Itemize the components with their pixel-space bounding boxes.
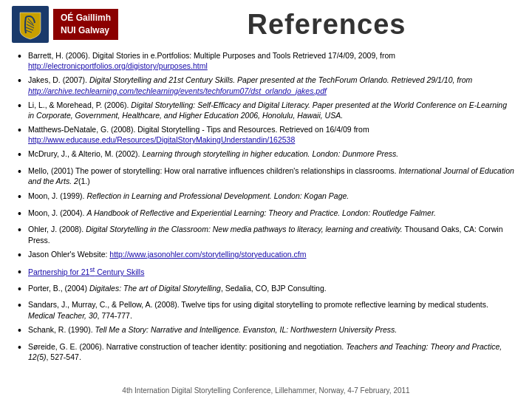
ref-text: Mello, (2001) The power of storytelling:… — [28, 166, 514, 186]
ref-text: Jakes, D. (2007). Digital Storytelling a… — [28, 75, 514, 95]
references-section: •Barrett, H. (2006). Digital Stories in … — [0, 49, 532, 367]
footer-text: 4th Internation Digital Storytelling Con… — [0, 386, 532, 395]
list-item: •Mello, (2001) The power of storytelling… — [18, 166, 514, 186]
ref-text: Li, L., & Morehead, P. (2006). Digital S… — [28, 100, 514, 120]
references-list: •Barrett, H. (2006). Digital Stories in … — [18, 50, 514, 362]
bullet: • — [18, 148, 28, 162]
list-item: •McDrury, J., & Alterio, M. (2002). Lear… — [18, 149, 514, 162]
list-item: •Li, L., & Morehead, P. (2006). Digital … — [18, 100, 514, 120]
list-item: •Barrett, H. (2006). Digital Stories in … — [18, 50, 514, 71]
bullet: • — [18, 74, 28, 88]
list-item: •Partnership for 21st Century Skills — [18, 266, 514, 279]
bullet: • — [18, 282, 28, 296]
ref-text: Partnership for 21st Century Skills — [28, 266, 514, 278]
list-item: •Moon, J. (2004). A Handbook of Reflecti… — [18, 208, 514, 221]
ref-text: Jason Ohler's Website: http://www.jasono… — [28, 249, 514, 259]
list-item: •Matthews-DeNatale, G. (2008). Digital S… — [18, 124, 514, 145]
bullet: • — [18, 248, 28, 262]
page-header: OÉ Gaillimh NUI Galway References — [0, 0, 532, 49]
ref-text: Porter, B., (2004) Digitales: The art of… — [28, 283, 514, 293]
list-item: •Søreide, G. E. (2006). Narrative constr… — [18, 341, 514, 362]
list-item: •Schank, R. (1990). Tell Me a Story: Nar… — [18, 324, 514, 338]
list-item: •Moon, J. (1999). Reflection in Learning… — [18, 191, 514, 204]
ref-text: Søreide, G. E. (2006). Narrative constru… — [28, 341, 514, 362]
bullet: • — [18, 299, 28, 313]
bullet: • — [18, 123, 28, 137]
bullet: • — [18, 190, 28, 204]
list-item: •Porter, B., (2004) Digitales: The art o… — [18, 283, 514, 296]
bullet: • — [18, 165, 28, 179]
ref-text: Ohler, J. (2008). Digital Storytelling i… — [28, 224, 514, 245]
ref-text: Sandars, J., Murray, C., & Pellow, A. (2… — [28, 299, 514, 320]
ref-text: Barrett, H. (2006). Digital Stories in e… — [28, 50, 514, 71]
list-item: •Ohler, J. (2008). Digital Storytelling … — [18, 224, 514, 245]
ref-text: Moon, J. (2004). A Handbook of Reflectiv… — [28, 208, 514, 218]
bullet: • — [18, 341, 28, 355]
page-title: References — [133, 9, 520, 41]
bullet: • — [18, 50, 28, 64]
university-name: OÉ Gaillimh NUI Galway — [53, 9, 118, 40]
ref-text: Schank, R. (1990). Tell Me a Story: Narr… — [28, 324, 514, 335]
ref-text: Moon, J. (1999). Reflection in Learning … — [28, 191, 514, 201]
list-item: •Jason Ohler's Website: http://www.jason… — [18, 249, 514, 262]
ref-text: Matthews-DeNatale, G. (2008). Digital St… — [28, 124, 514, 145]
bullet: • — [18, 99, 28, 113]
university-seal — [12, 6, 49, 43]
ref-text: McDrury, J., & Alterio, M. (2002). Learn… — [28, 149, 514, 159]
list-item: •Jakes, D. (2007). Digital Storytelling … — [18, 75, 514, 95]
bullet: • — [18, 324, 28, 338]
bullet: • — [18, 265, 28, 279]
bullet: • — [18, 207, 28, 221]
logo-block: OÉ Gaillimh NUI Galway — [12, 6, 118, 43]
list-item: •Sandars, J., Murray, C., & Pellow, A. (… — [18, 299, 514, 320]
bullet: • — [18, 223, 28, 237]
